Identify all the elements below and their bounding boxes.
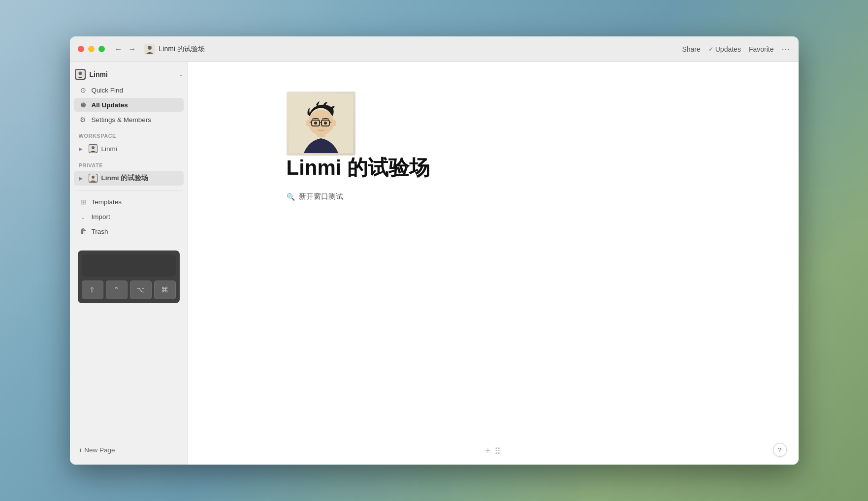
sidebar-item-label: Settings & Members (92, 116, 152, 124)
sidebar-item-label: Trash (92, 228, 108, 235)
page-title: Linmi 的试验场 (287, 156, 700, 180)
page-sub-item[interactable]: 🔍 新开窗口测试 (287, 190, 700, 203)
titlebar-title: Linmi 的试验场 (159, 45, 682, 54)
keyboard-widget-area: ⇧ ⌃ ⌥ ⌘ (70, 247, 188, 307)
share-button[interactable]: Share (682, 45, 700, 53)
keyboard-widget: ⇧ ⌃ ⌥ ⌘ (78, 250, 180, 303)
minimize-button[interactable] (88, 46, 95, 52)
sidebar: Linmi ⌄ ⊙ Quick Find ⊛ All Updates ⚙ Set… (70, 62, 188, 465)
sidebar-item-templates[interactable]: ⊞ Templates (74, 195, 184, 209)
page-avatar (89, 174, 97, 183)
expand-arrow-icon: ▶ (79, 176, 85, 181)
content-bottom-bar: + ⠿ (485, 446, 501, 457)
workspace-section-label: WORKSPACE (70, 127, 188, 141)
templates-icon: ⊞ (79, 198, 88, 206)
key-row: ⇧ ⌃ ⌥ ⌘ (82, 281, 176, 299)
sidebar-username: Linmi (90, 70, 175, 78)
sidebar-item-quick-find[interactable]: ⊙ Quick Find (74, 83, 184, 97)
content-area: Linmi 的试验场 🔍 新开窗口测试 + ⠿ ? (188, 62, 799, 465)
check-icon: ✓ (708, 46, 713, 53)
more-button[interactable]: ··· (781, 44, 790, 54)
new-page-area: + New Page (70, 439, 188, 461)
avatar (75, 69, 86, 80)
shift-key[interactable]: ⇧ (82, 281, 103, 299)
forward-button[interactable]: → (127, 44, 138, 55)
page-cover-image (287, 92, 355, 156)
svg-point-7 (92, 176, 95, 179)
expand-arrow-icon: ▶ (79, 146, 85, 152)
keyboard-display (82, 254, 176, 277)
sidebar-item-import[interactable]: ↓ Import (74, 210, 184, 223)
svg-point-11 (306, 120, 311, 126)
sidebar-item-settings[interactable]: ⚙ Settings & Members (74, 113, 184, 126)
titlebar-actions: Share ✓ Updates Favorite ··· (682, 44, 790, 54)
page-icon-small (144, 44, 155, 55)
help-button[interactable]: ? (773, 443, 787, 457)
svg-point-18 (314, 122, 317, 125)
svg-point-12 (331, 120, 336, 126)
sidebar-item-label: Import (92, 213, 110, 220)
import-icon: ↓ (79, 213, 88, 220)
sidebar-item-all-updates[interactable]: ⊛ All Updates (74, 98, 184, 112)
search-icon: ⊙ (79, 86, 88, 94)
add-icon[interactable]: + (485, 446, 491, 457)
maximize-button[interactable] (98, 46, 105, 52)
sidebar-item-private-linmi[interactable]: ▶ Linmi 的试验场 (74, 171, 184, 186)
app-body: Linmi ⌄ ⊙ Quick Find ⊛ All Updates ⚙ Set… (70, 62, 799, 465)
avatar-illustration (289, 94, 353, 153)
sidebar-item-workspace-linmi[interactable]: ▶ Linmi (74, 141, 184, 156)
sidebar-item-label: Templates (92, 198, 122, 206)
titlebar: ← → Linmi 的试验场 Share ✓ Updates Favorite … (70, 36, 799, 62)
sidebar-item-label: Quick Find (92, 87, 124, 94)
svg-point-5 (92, 146, 95, 149)
alt-key[interactable]: ⌥ (130, 281, 152, 299)
private-section-label: PRIVATE (70, 157, 188, 170)
updates-icon: ⊛ (79, 101, 88, 109)
ctrl-key[interactable]: ⌃ (106, 281, 128, 299)
close-button[interactable] (78, 46, 84, 52)
chevron-down-icon: ⌄ (179, 72, 183, 77)
new-page-button[interactable]: + New Page (74, 443, 184, 457)
sidebar-item-label: Linmi 的试验场 (101, 174, 149, 183)
sidebar-item-label: All Updates (92, 101, 128, 109)
grid-icon[interactable]: ⠿ (494, 446, 501, 457)
search-icon: 🔍 (287, 193, 295, 201)
back-button[interactable]: ← (113, 44, 125, 55)
favorite-button[interactable]: Favorite (749, 45, 774, 53)
window-controls (78, 46, 105, 52)
sidebar-item-trash[interactable]: 🗑 Trash (74, 224, 184, 238)
gear-icon: ⚙ (79, 116, 88, 124)
svg-line-17 (329, 122, 331, 123)
svg-point-3 (78, 72, 82, 75)
sidebar-user[interactable]: Linmi ⌄ (70, 66, 188, 83)
sidebar-divider (76, 190, 182, 190)
svg-point-19 (324, 122, 327, 125)
workspace-page-avatar (89, 144, 97, 153)
trash-icon: 🗑 (79, 227, 88, 235)
updates-button[interactable]: ✓ Updates (708, 45, 741, 53)
page-sub-item-label: 新开窗口测试 (299, 192, 343, 201)
sidebar-item-label: Linmi (101, 145, 117, 153)
cmd-key[interactable]: ⌘ (154, 281, 176, 299)
nav-arrows: ← → (113, 44, 138, 55)
page-content: Linmi 的试验场 🔍 新开窗口测试 (188, 62, 799, 465)
svg-line-16 (310, 122, 312, 123)
svg-point-1 (148, 46, 152, 50)
